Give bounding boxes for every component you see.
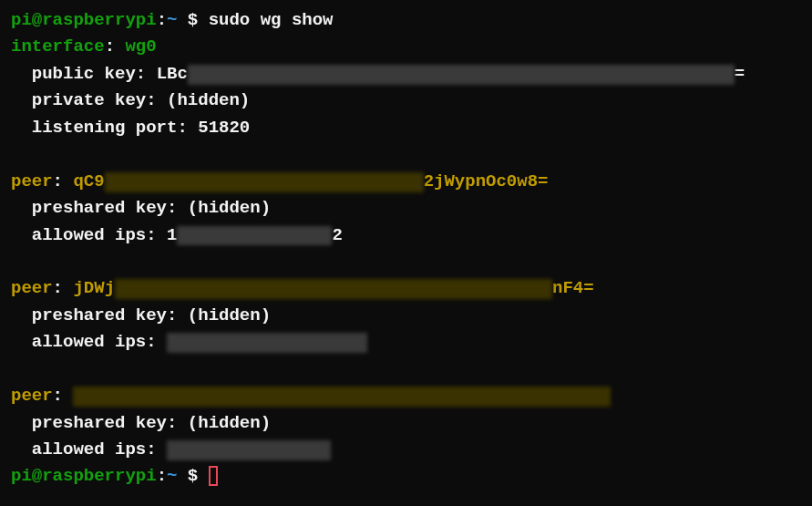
preshared-key-line: preshared key: (hidden) xyxy=(11,303,801,329)
prompt-symbol: $ xyxy=(177,10,198,30)
listening-port-line: listening port: 51820 xyxy=(11,115,801,141)
peer-line: peer: xyxy=(11,383,801,409)
preshared-key-label: preshared key xyxy=(32,413,167,433)
prompt-userhost: pi@raspberrypi xyxy=(11,10,157,30)
peer-key-suffix: nF4= xyxy=(552,278,594,298)
preshared-key-line: preshared key: (hidden) xyxy=(11,410,801,437)
allowed-ips-line: allowed ips: 12 xyxy=(11,222,801,249)
public-key-suffix: = xyxy=(735,64,745,84)
prompt-line: pi@raspberrypi:~ $ sudo wg show xyxy=(11,7,801,34)
interface-label: interface xyxy=(11,36,105,57)
redacted-peer-key xyxy=(105,172,424,192)
preshared-key-label: preshared key xyxy=(32,198,167,218)
peer-key-suffix: 2jWypnOc0w8= xyxy=(424,171,549,191)
allowed-ips-suffix: 2 xyxy=(332,225,342,245)
redacted-allowed-ips xyxy=(167,333,367,353)
blank-line xyxy=(11,141,801,168)
prompt-userhost: pi@raspberrypi xyxy=(11,466,157,486)
allowed-ips-label: allowed ips xyxy=(32,225,146,245)
prompt-sep: : xyxy=(157,10,167,30)
allowed-ips-label: allowed ips xyxy=(32,332,146,352)
preshared-key-label: preshared key xyxy=(32,305,167,325)
blank-line xyxy=(11,356,801,383)
terminal-output[interactable]: pi@raspberrypi:~ $ sudo wg show interfac… xyxy=(11,7,801,491)
redacted-peer-key xyxy=(73,387,611,407)
allowed-ips-label: allowed ips xyxy=(32,439,146,460)
prompt-path: ~ xyxy=(167,10,177,30)
preshared-key-value: (hidden) xyxy=(188,413,271,433)
redacted-allowed-ips xyxy=(167,440,331,460)
private-key-value: (hidden) xyxy=(167,90,250,110)
allowed-ips-line: allowed ips: xyxy=(11,437,801,463)
peer-line: peer: jDWjnF4= xyxy=(11,275,801,302)
cursor[interactable] xyxy=(209,466,218,486)
peer-line: peer: qC92jWypnOc0w8= xyxy=(11,169,801,195)
prompt-sep: : xyxy=(157,466,167,486)
interface-line: interface: wg0 xyxy=(11,34,801,60)
interface-name: wg0 xyxy=(125,36,156,57)
redacted-peer-key xyxy=(115,279,552,299)
public-key-prefix: LBc xyxy=(157,64,188,84)
redacted-allowed-ips xyxy=(177,226,332,246)
listening-port-label: listening port xyxy=(32,118,178,138)
public-key-label: public key xyxy=(32,64,136,84)
preshared-key-line: preshared key: (hidden) xyxy=(11,195,801,222)
peer-key-prefix: qC9 xyxy=(73,171,104,191)
prompt-symbol: $ xyxy=(177,466,198,486)
public-key-line: public key: LBc= xyxy=(11,61,801,88)
preshared-key-value: (hidden) xyxy=(188,305,271,325)
private-key-label: private key xyxy=(32,90,146,110)
peer-label: peer xyxy=(11,386,53,406)
peer-label: peer xyxy=(11,171,53,191)
private-key-line: private key: (hidden) xyxy=(11,88,801,114)
allowed-ips-line: allowed ips: xyxy=(11,329,801,356)
preshared-key-value: (hidden) xyxy=(188,198,271,218)
redacted-public-key xyxy=(188,65,735,85)
prompt-line-end: pi@raspberrypi:~ $ xyxy=(11,463,801,490)
prompt-path: ~ xyxy=(167,466,177,486)
command-text: sudo wg show xyxy=(198,10,333,30)
listening-port-value: 51820 xyxy=(198,118,250,138)
allowed-ips-prefix: 1 xyxy=(167,225,177,245)
peer-label: peer xyxy=(11,278,53,298)
blank-line xyxy=(11,249,801,275)
peer-key-prefix: jDWj xyxy=(73,278,115,298)
